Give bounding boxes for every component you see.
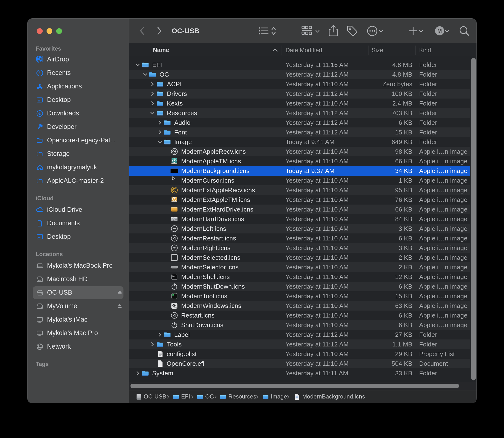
svg-text:M: M bbox=[437, 28, 442, 34]
